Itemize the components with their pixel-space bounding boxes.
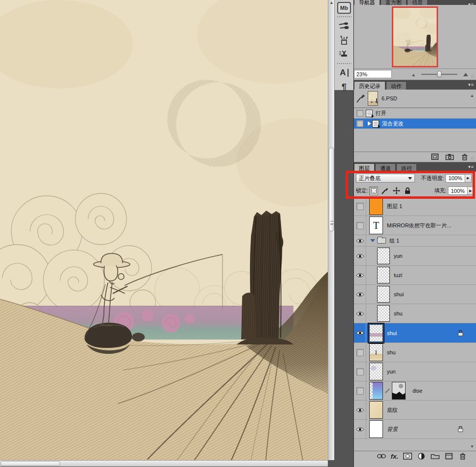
scroll-up-icon[interactable]: ▲	[329, 0, 334, 5]
eye-icon[interactable]	[356, 253, 364, 259]
new-group-icon[interactable]	[431, 453, 440, 460]
panel-menu-icon[interactable]: ▾≡	[468, 164, 474, 169]
link-layers-icon[interactable]	[377, 453, 386, 460]
visibility-toggle[interactable]	[354, 401, 366, 419]
panel-resize-grip[interactable]	[471, 74, 476, 79]
zoom-slider-thumb[interactable]	[437, 71, 442, 77]
layer-thumbnail[interactable]	[377, 248, 390, 264]
visibility-toggle[interactable]	[354, 216, 366, 235]
layer-row[interactable]: 🔗︎ dise	[354, 381, 476, 401]
canvas-vertical-scrollbar[interactable]: ▲	[328, 0, 334, 460]
panel-menu-icon[interactable]: ▾≡	[468, 82, 474, 87]
layer-thumbnail[interactable]	[377, 286, 390, 303]
navigator-proxy-view[interactable]	[392, 6, 438, 67]
visibility-toggle[interactable]	[354, 235, 366, 246]
visibility-toggle[interactable]	[354, 285, 366, 304]
tool-presets-panel-button[interactable]	[337, 34, 351, 47]
visibility-toggle[interactable]	[354, 343, 366, 362]
history-source-checkbox[interactable]	[356, 110, 363, 117]
canvas-horizontal-scrollbar[interactable]	[0, 460, 328, 467]
document-canvas[interactable]	[0, 0, 328, 460]
history-state-row[interactable]: 打开	[354, 108, 476, 119]
layer-row[interactable]: 图层 1	[354, 197, 476, 216]
layer-row[interactable]: T MIRROR依然守在那一片...	[354, 216, 476, 235]
group-expand-icon[interactable]	[370, 239, 375, 242]
layer-thumbnail[interactable]	[377, 267, 390, 283]
visibility-toggle[interactable]	[354, 266, 366, 284]
delete-icon[interactable]	[460, 154, 469, 160]
mini-bridge-button[interactable]: Mb	[337, 1, 351, 14]
panel-resize-grip[interactable]	[471, 156, 476, 161]
layer-style-icon[interactable]: fx.	[391, 453, 398, 460]
layer-mask-thumbnail[interactable]	[392, 382, 406, 400]
layer-thumbnail[interactable]	[369, 343, 383, 361]
layer-row[interactable]: shu	[354, 304, 476, 323]
new-document-from-state-icon[interactable]	[431, 154, 440, 160]
layer-row[interactable]: shu	[354, 343, 476, 362]
layer-thumbnail[interactable]	[369, 363, 383, 380]
eye-icon[interactable]	[356, 330, 364, 336]
eye-icon[interactable]	[356, 311, 364, 316]
zoom-in-icon[interactable]	[463, 73, 468, 76]
eye-icon[interactable]	[356, 407, 364, 413]
visibility-checkbox-empty[interactable]	[356, 387, 364, 395]
layer-thumbnail[interactable]	[369, 324, 383, 342]
layer-row[interactable]: shui	[354, 285, 476, 304]
visibility-checkbox-empty[interactable]	[356, 368, 364, 375]
layer-thumbnail[interactable]	[369, 401, 383, 419]
text-layer-thumbnail[interactable]: T	[369, 217, 383, 234]
layer-thumbnail[interactable]	[369, 382, 383, 400]
add-mask-icon[interactable]	[403, 453, 412, 460]
visibility-toggle[interactable]	[354, 304, 366, 323]
visibility-toggle[interactable]	[354, 362, 366, 381]
visibility-toggle[interactable]	[354, 381, 366, 400]
horizontal-scroll-thumb[interactable]	[0, 461, 60, 466]
mask-link-icon[interactable]: 🔗︎	[385, 388, 390, 394]
layer-thumbnail[interactable]	[369, 420, 383, 438]
visibility-toggle[interactable]	[354, 197, 366, 216]
delete-layer-icon[interactable]	[458, 453, 467, 460]
visibility-checkbox-empty[interactable]	[356, 222, 364, 229]
vertical-scroll-thumb[interactable]	[329, 148, 334, 231]
adjustment-layer-icon[interactable]	[417, 453, 426, 460]
eye-icon[interactable]	[356, 427, 364, 432]
eye-icon[interactable]	[356, 238, 364, 244]
new-snapshot-icon[interactable]	[445, 154, 454, 160]
zoom-out-icon[interactable]	[412, 74, 415, 76]
layer-row[interactable]: yun	[354, 362, 476, 381]
layer-thumbnail[interactable]	[377, 305, 390, 322]
layer-thumbnail[interactable]	[369, 197, 383, 215]
brush-panel-button[interactable]	[337, 20, 351, 32]
visibility-checkbox-empty[interactable]	[356, 349, 364, 356]
clone-source-panel-button[interactable]	[337, 48, 351, 61]
eye-icon[interactable]	[356, 292, 364, 297]
layer-row-selected[interactable]: shui	[354, 323, 476, 343]
history-snapshot-row[interactable]: 6.PSD ▲	[354, 90, 476, 108]
history-brush-source-icon[interactable]	[356, 93, 366, 103]
visibility-toggle[interactable]	[354, 323, 366, 342]
layer-row[interactable]: tuzi	[354, 266, 476, 285]
tab-histogram[interactable]: 直方图	[381, 0, 407, 5]
tab-history[interactable]: 历史记录	[354, 81, 385, 90]
character-panel-button[interactable]: A	[337, 66, 351, 79]
visibility-toggle[interactable]	[354, 247, 366, 265]
layer-row[interactable]: yun	[354, 247, 476, 266]
new-layer-icon[interactable]	[444, 453, 453, 460]
scroll-up-icon[interactable]: ▲	[470, 93, 474, 98]
navigator-zoom-input[interactable]: 23%	[354, 70, 392, 78]
layer-name: 图层 1	[387, 203, 402, 210]
paragraph-panel-button[interactable]: ¶	[337, 81, 351, 93]
scroll-down-icon[interactable]: ▼	[470, 444, 474, 449]
history-source-checkbox[interactable]	[356, 120, 363, 127]
tab-actions[interactable]: 动作	[386, 81, 407, 90]
layer-group-row[interactable]: 组 1	[354, 235, 476, 247]
visibility-toggle[interactable]	[354, 420, 366, 438]
visibility-checkbox-empty[interactable]	[356, 203, 364, 210]
background-layer-row[interactable]: 背景	[354, 420, 476, 439]
history-state-row-selected[interactable]: 混合更改	[354, 119, 476, 129]
layer-row[interactable]: 底纹	[354, 401, 476, 420]
tab-navigator[interactable]: 导航器	[354, 0, 380, 5]
tab-info[interactable]: 信息	[407, 0, 428, 5]
eye-icon[interactable]	[356, 273, 364, 278]
navigator-zoom-slider[interactable]	[421, 74, 457, 75]
